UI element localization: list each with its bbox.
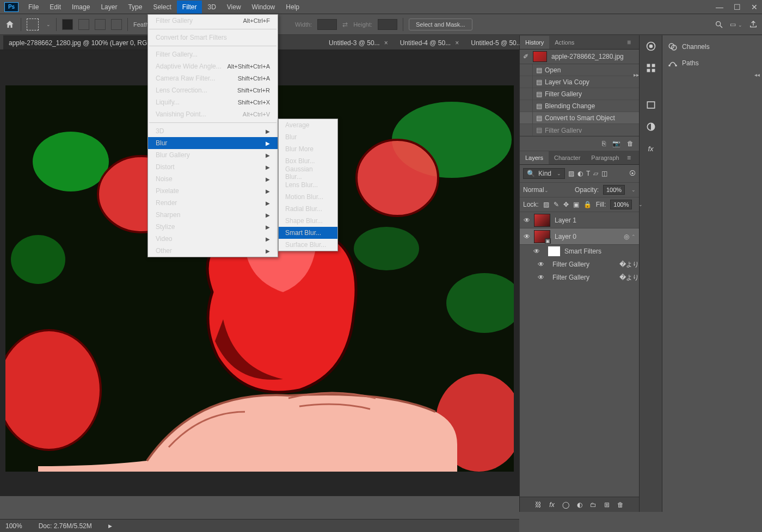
menu-image[interactable]: Image [66, 1, 95, 14]
menu-other-sub[interactable]: Other▶ [148, 245, 278, 257]
actions-tab[interactable]: Actions [549, 36, 580, 49]
status-chevron[interactable]: ▶ [108, 523, 112, 529]
doc-size[interactable]: Doc: 2.76M/5.52M [39, 522, 92, 530]
lock-artboard-icon[interactable]: ▣ [573, 201, 579, 208]
layers-tab[interactable]: Layers [520, 151, 549, 164]
selection-new-icon[interactable] [62, 19, 73, 30]
group-icon[interactable]: 🗀 [590, 501, 597, 509]
filter-options-icon[interactable]: �より [619, 273, 639, 282]
document-tab[interactable]: Untitled-3 @ 50...× [323, 35, 394, 50]
filter-adjust-icon[interactable]: ◐ [577, 170, 583, 177]
new-layer-icon[interactable]: ⊞ [604, 501, 610, 509]
snapshot-icon[interactable]: 📷 [612, 140, 620, 147]
smart-filter-item[interactable]: 👁 Filter Gallery �より [520, 271, 639, 284]
layer-mask-icon[interactable]: ◯ [562, 501, 569, 509]
adjustment-layer-icon[interactable]: ◐ [577, 501, 582, 509]
delete-state-icon[interactable]: 🗑 [627, 140, 634, 147]
history-state[interactable]: ▤Filter Gallery [520, 88, 639, 100]
menu-motion-blur[interactable]: Motion Blur... [279, 191, 337, 203]
channels-panel-collapsed[interactable]: Channels [662, 39, 762, 55]
layer-item[interactable]: 👁 Layer 1 [520, 212, 639, 228]
lock-paint-icon[interactable]: ✎ [554, 201, 559, 208]
menu-blur-sub[interactable]: Blur▶ [148, 137, 278, 149]
menu-video-sub[interactable]: Video▶ [148, 233, 278, 245]
swatches-panel-icon[interactable] [643, 61, 659, 75]
layer-filter-kind[interactable]: 🔍 Kind ⌄ [523, 168, 565, 179]
color-panel-icon[interactable] [643, 40, 659, 53]
menu-help[interactable]: Help [280, 1, 305, 14]
menu-pixelate-sub[interactable]: Pixelate▶ [148, 185, 278, 197]
menu-file[interactable]: File [23, 1, 44, 14]
blend-mode-select[interactable]: Normal⌄ [523, 186, 570, 194]
paths-panel-collapsed[interactable]: Paths [662, 55, 762, 71]
menu-filter-gallery[interactable]: Filter Gallery... [148, 48, 278, 60]
menu-window[interactable]: Window [247, 1, 281, 14]
menu-lens-blur[interactable]: Lens Blur... [279, 179, 337, 191]
menu-filter[interactable]: Filter [177, 1, 202, 14]
menu-blur[interactable]: Blur [279, 131, 337, 143]
filter-options-icon[interactable]: �より [619, 260, 639, 269]
menu-lens-correction[interactable]: Lens Correction...Shift+Ctrl+R [148, 84, 278, 96]
menu-layer[interactable]: Layer [95, 1, 122, 14]
menu-convert-smart[interactable]: Convert for Smart Filters [148, 32, 278, 44]
adjustments-panel-icon[interactable] [643, 120, 659, 133]
lock-all-icon[interactable]: 🔒 [583, 201, 592, 208]
menu-distort-sub[interactable]: Distort▶ [148, 161, 278, 173]
panel-menu-icon[interactable]: ≡ [627, 39, 637, 46]
document-tab[interactable]: Untitled-4 @ 50...× [395, 35, 465, 50]
filter-shape-icon[interactable]: ▱ [593, 170, 598, 177]
filter-type-icon[interactable]: T [586, 170, 590, 177]
character-tab[interactable]: Character [549, 151, 586, 164]
select-and-mask-button[interactable]: Select and Mask... [409, 18, 472, 30]
visibility-icon[interactable]: 👁 [534, 261, 548, 268]
new-doc-from-state-icon[interactable]: ⎘ [602, 140, 606, 147]
fill-input[interactable] [610, 200, 632, 209]
menu-liquify[interactable]: Liquify...Shift+Ctrl+X [148, 96, 278, 108]
menu-surface-blur[interactable]: Surface Blur... [279, 239, 337, 251]
lock-trans-icon[interactable]: ▨ [543, 201, 549, 208]
filter-pixel-icon[interactable]: ▨ [568, 170, 574, 177]
menu-smart-blur[interactable]: Smart Blur... [279, 227, 337, 239]
filter-smart-icon[interactable]: ◫ [601, 170, 607, 177]
menu-type[interactable]: Type [122, 1, 148, 14]
menu-last-filter[interactable]: Filter GalleryAlt+Ctrl+F [148, 15, 278, 27]
selection-intersect-icon[interactable] [111, 19, 122, 30]
swap-icon[interactable]: ⇄ [342, 21, 348, 28]
menu-view[interactable]: View [222, 1, 247, 14]
collapse-panels-icon[interactable]: ▸▸ [634, 72, 639, 78]
width-input[interactable] [317, 19, 337, 30]
height-input[interactable] [378, 19, 397, 30]
visibility-icon[interactable]: 👁 [530, 248, 544, 255]
close-button[interactable]: ✕ [747, 2, 762, 13]
filter-toggle[interactable]: ⦿ [629, 170, 636, 177]
visibility-icon[interactable]: 👁 [520, 216, 534, 224]
link-layers-icon[interactable]: ⛓ [535, 501, 542, 509]
selection-subtract-icon[interactable] [95, 19, 106, 30]
expand-icon[interactable]: ⌃ [631, 234, 636, 239]
delete-layer-icon[interactable]: 🗑 [617, 501, 624, 509]
history-state[interactable]: ▤Blending Change [520, 100, 639, 112]
menu-shape-blur[interactable]: Shape Blur... [279, 215, 337, 227]
tool-preset-chevron[interactable]: ⌄ [46, 22, 51, 27]
minimize-button[interactable]: ― [712, 2, 727, 13]
selection-add-icon[interactable] [78, 19, 89, 30]
menu-stylize-sub[interactable]: Stylize▶ [148, 221, 278, 233]
lock-pos-icon[interactable]: ✥ [563, 201, 569, 208]
visibility-icon[interactable]: 👁 [534, 274, 548, 281]
share-icon[interactable] [749, 20, 758, 29]
panel-menu-icon[interactable]: ≡ [627, 154, 637, 162]
menu-edit[interactable]: Edit [44, 1, 66, 14]
smart-filter-item[interactable]: 👁 Filter Gallery �より [520, 258, 639, 271]
smart-filters-header[interactable]: 👁 Smart Filters [520, 245, 639, 258]
menu-vanishing-point[interactable]: Vanishing Point...Alt+Ctrl+V [148, 108, 278, 120]
tab-close-icon[interactable]: × [384, 39, 388, 47]
marquee-tool-icon[interactable] [27, 18, 39, 30]
menu-blur-more[interactable]: Blur More [279, 143, 337, 155]
history-state[interactable]: ▤Open [520, 64, 639, 76]
menu-camera-raw[interactable]: Camera Raw Filter...Shift+Ctrl+A [148, 72, 278, 84]
history-source[interactable]: ✐ apple-2788662_1280.jpg [520, 50, 639, 64]
menu-select[interactable]: Select [148, 1, 176, 14]
history-state[interactable]: ▤Convert to Smart Object [520, 112, 639, 124]
menu-3d-sub[interactable]: 3D▶ [148, 125, 278, 137]
history-state[interactable]: ▤Filter Gallery [520, 124, 639, 136]
